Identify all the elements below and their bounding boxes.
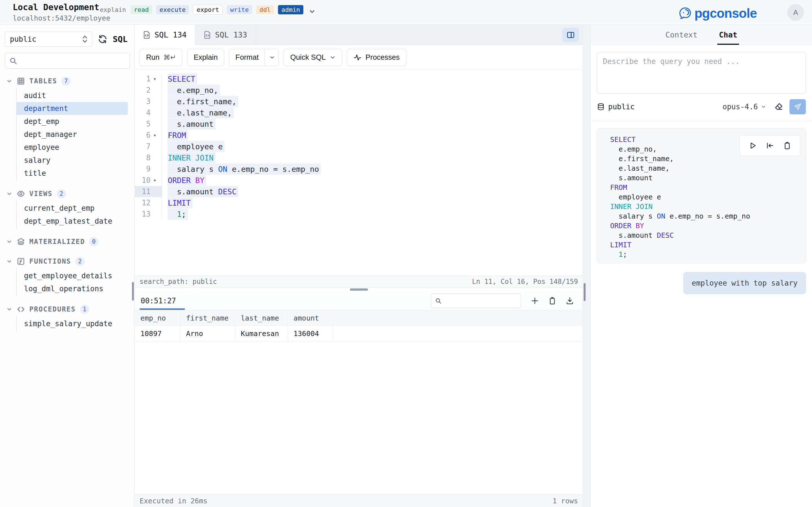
column-header[interactable]: amount <box>288 311 333 325</box>
column-header[interactable]: last_name <box>235 311 288 325</box>
badge-export[interactable]: export <box>193 5 222 15</box>
schema-select[interactable]: public <box>4 32 93 47</box>
execution-time: Executed in 26ms <box>140 497 207 505</box>
sidebar-item-title[interactable]: title <box>17 167 128 180</box>
cell-last-name[interactable]: Kumaresan <box>235 326 288 342</box>
cell-first-name[interactable]: Arno <box>181 326 235 342</box>
assistant-panel: Context Chat public opus-4.6 <box>591 25 812 507</box>
chevron-down-icon <box>6 191 12 197</box>
resize-handle[interactable] <box>350 288 368 291</box>
sidebar-item-salary[interactable]: salary <box>17 154 128 167</box>
refresh-icon[interactable] <box>98 34 108 44</box>
model-selector[interactable]: opus-4.6 <box>723 103 766 111</box>
eye-icon <box>17 189 25 198</box>
section-procedures[interactable]: PROCEDURES 1 <box>0 302 135 316</box>
sql-file-icon <box>204 31 211 39</box>
brand-name: pgconsole <box>695 6 757 21</box>
results-header-row: emp_no first_name last_name amount <box>135 311 583 326</box>
user-avatar[interactable]: A <box>787 4 804 21</box>
badge-ddl[interactable]: ddl <box>256 5 274 14</box>
quick-sql-button[interactable]: Quick SQL <box>284 49 342 66</box>
pgconsole-app: Local Development localhost:5432/employe… <box>0 0 812 507</box>
chat-input[interactable] <box>597 52 806 94</box>
sidebar-item-dept-manager[interactable]: dept_manager <box>17 128 128 141</box>
tab-context[interactable]: Context <box>664 25 699 45</box>
chevron-down-icon[interactable] <box>308 8 316 15</box>
section-count-badge: 2 <box>57 189 66 198</box>
column-header[interactable]: first_name <box>181 311 235 325</box>
sidebar-item-log-dml-operations[interactable]: log_dml_operations <box>17 282 128 295</box>
results-toolbar: 00:51:27 <box>135 291 583 311</box>
send-button[interactable] <box>790 99 806 114</box>
badge-explain[interactable]: explain <box>99 5 126 14</box>
explain-button[interactable]: Explain <box>187 49 224 66</box>
assistant-tabs: Context Chat <box>591 25 812 45</box>
tab-sql-134[interactable]: SQL 134 <box>135 25 195 45</box>
format-dropdown[interactable] <box>264 49 275 66</box>
table-row[interactable]: 10897 Arno Kumaresan 136004 <box>135 326 583 342</box>
badge-read[interactable]: read <box>131 5 152 14</box>
chevron-down-icon <box>329 54 336 61</box>
toggle-panel-icon[interactable] <box>562 28 579 42</box>
quick-sql-label: Quick SQL <box>290 53 326 62</box>
cell-amount[interactable]: 136004 <box>288 326 333 342</box>
permission-badges: explain read execute export write ddl ad… <box>99 4 316 15</box>
section-label: TABLES <box>29 77 57 85</box>
run-query-icon[interactable] <box>749 142 757 150</box>
sidebar-item-dept-emp-latest-date[interactable]: dept_emp_latest_date <box>17 215 128 228</box>
add-result-tab-icon[interactable] <box>530 297 539 305</box>
sql-editor[interactable]: 1▾SELECT2 e.emp_no,3 e.first_name,4 e.la… <box>135 70 583 276</box>
chevron-down-icon <box>6 258 12 265</box>
processes-button[interactable]: Processes <box>347 49 406 66</box>
format-button[interactable]: Format <box>229 49 279 66</box>
search-path-status: search_path: public <box>140 278 217 286</box>
sql-file-icon <box>143 31 151 39</box>
badge-write[interactable]: write <box>227 5 252 14</box>
section-materialized[interactable]: MATERIALIZED 0 <box>0 235 135 248</box>
db-scope-chip[interactable]: public <box>597 103 635 111</box>
clear-chat-icon[interactable] <box>774 102 783 111</box>
editor-main: SQL 134 SQL 133 Run ⌘↵ Explain <box>135 25 583 507</box>
cursor-position-status: Ln 11, Col 16, Pos 148/159 <box>472 278 578 286</box>
sidebar-item-simple-salary-update[interactable]: simple_salary_update <box>17 317 128 330</box>
main-scrollbar[interactable] <box>583 283 586 301</box>
tab-sql-133[interactable]: SQL 133 <box>195 25 256 45</box>
tab-label: SQL 134 <box>154 31 187 39</box>
badge-execute[interactable]: execute <box>156 5 189 14</box>
sql-mode-label[interactable]: SQL <box>113 34 128 44</box>
schema-select-value: public <box>10 35 36 43</box>
chevron-down-icon <box>761 104 766 110</box>
copy-results-icon[interactable] <box>548 297 557 305</box>
section-views[interactable]: VIEWS 2 <box>0 187 135 201</box>
download-results-icon[interactable] <box>566 297 574 305</box>
sidebar-item-current-dept-emp[interactable]: current_dept_emp <box>17 202 128 215</box>
insert-to-editor-icon[interactable] <box>766 142 774 150</box>
sidebar-item-dept-emp[interactable]: dept_emp <box>17 115 128 128</box>
run-shortcut: ⌘↵ <box>163 54 176 61</box>
sidebar-scrollbar[interactable] <box>132 282 134 300</box>
cell-emp-no[interactable]: 10897 <box>135 326 181 342</box>
section-tables[interactable]: TABLES 7 <box>0 74 135 88</box>
tab-chat[interactable]: Chat <box>717 25 739 45</box>
section-label: VIEWS <box>29 190 52 198</box>
sidebar-item-department[interactable]: department <box>17 102 128 115</box>
result-tab-timer[interactable]: 00:51:27 <box>140 291 177 311</box>
copy-code-icon[interactable] <box>783 142 792 150</box>
results-search-input[interactable] <box>444 297 517 305</box>
elephant-logo-icon <box>677 6 692 20</box>
results-search[interactable] <box>431 293 521 308</box>
sidebar-item-get-employee-details[interactable]: get_employee_details <box>17 269 128 282</box>
column-header[interactable]: emp_no <box>135 311 181 325</box>
chevron-down-icon <box>6 306 12 313</box>
sidebar-search-input[interactable] <box>20 57 125 65</box>
section-functions[interactable]: FUNCTIONS 2 <box>0 255 135 268</box>
procedures-list: simple_salary_update <box>16 316 135 331</box>
sidebar-item-audit[interactable]: audit <box>17 89 128 102</box>
badge-admin[interactable]: admin <box>278 5 303 14</box>
explain-label: Explain <box>194 53 218 62</box>
run-button[interactable]: Run ⌘↵ <box>140 49 183 66</box>
sidebar-item-employee[interactable]: employee <box>17 141 128 154</box>
section-count-badge: 7 <box>61 76 71 86</box>
panel-divider[interactable] <box>583 25 591 507</box>
sidebar-search[interactable] <box>4 53 130 69</box>
